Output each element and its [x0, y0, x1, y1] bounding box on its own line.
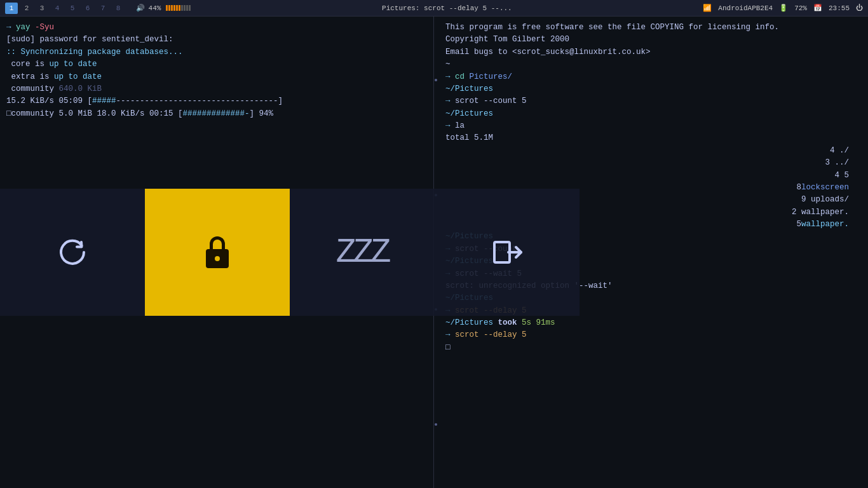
term-line: 4 ./ — [445, 145, 862, 157]
term-line: This program is free software see the fi… — [445, 22, 862, 34]
topbar: 1 2 3 4 5 6 7 8 🔊 44% Pictures: scrot --… — [0, 0, 868, 17]
window-title: Pictures: scrot --delay 5 --... — [191, 4, 703, 12]
term-line: □community 5.0 MiB 18.0 KiB/s 00:15 [###… — [6, 108, 427, 120]
term-line: → yay -Syu — [6, 22, 427, 34]
action-icons-row: ZZZ — [0, 189, 580, 316]
workspace-1[interactable]: 1 — [5, 3, 18, 14]
workspace-switcher: 1 2 3 4 5 6 7 8 🔊 44% — [5, 3, 191, 14]
refresh-button[interactable] — [0, 189, 145, 316]
volume-icon: 🔊 — [136, 4, 145, 12]
term-line: → scrot --count 5 — [445, 95, 862, 107]
term-line: core is up to date — [6, 58, 427, 71]
sleep-icon: ZZZ — [336, 233, 388, 272]
term-line: 15.2 KiB/s 05:09 [#####-----------------… — [6, 95, 427, 107]
battery-percent: 72% — [794, 4, 807, 12]
term-line: Copyright Tom Gilbert 2000 — [445, 34, 862, 46]
logout-button[interactable] — [435, 189, 580, 316]
workspace-4[interactable]: 4 — [51, 3, 64, 14]
term-line: ~/Pictures — [445, 108, 862, 120]
refresh-icon — [53, 233, 92, 271]
workspace-5[interactable]: 5 — [66, 3, 79, 14]
term-line: 3 ../ — [445, 157, 862, 169]
logout-icon — [488, 233, 526, 271]
wifi-icon: 📶 — [703, 4, 712, 12]
device-name: AndroidAPB2E4 — [718, 4, 773, 12]
term-line: Email bugs to <scrot_sucks@linuxbrit.co.… — [445, 46, 862, 58]
workspace-6[interactable]: 6 — [81, 3, 94, 14]
term-line: [sudo] password for sentient_devil: — [6, 34, 427, 46]
status-area: 📶 AndroidAPB2E4 🔋 72% 📅 23:55 ⏻ — [703, 4, 863, 12]
term-line: → scrot --delay 5 — [445, 329, 862, 341]
term-line: ~/Pictures — [445, 83, 862, 95]
term-line: ~/Pictures took 5s 91ms — [445, 317, 862, 329]
workspace-3[interactable]: 3 — [36, 3, 48, 14]
term-cursor: □ — [445, 342, 862, 354]
term-line: 4 5 — [445, 170, 862, 182]
term-line: → la — [445, 120, 862, 132]
lock-icon — [206, 236, 229, 268]
sleep-button[interactable]: ZZZ — [290, 189, 435, 316]
term-line: :: Synchronizing package databases... — [6, 46, 427, 58]
power-icon[interactable]: ⏻ — [856, 4, 863, 12]
term-line: ~ — [445, 58, 862, 71]
workspace-2[interactable]: 2 — [20, 3, 33, 14]
volume-percent: 44% — [149, 4, 161, 12]
workspace-8[interactable]: 8 — [112, 3, 125, 14]
term-line: community 640.0 KiB — [6, 83, 427, 95]
workspace-7[interactable]: 7 — [97, 3, 109, 14]
clock: 23:55 — [829, 4, 850, 12]
volume-bars — [166, 5, 191, 11]
calendar-icon: 📅 — [813, 4, 822, 12]
term-line: extra is up to date — [6, 71, 427, 83]
term-line: → cd Pictures/ — [445, 71, 862, 83]
battery-icon: 🔋 — [779, 4, 788, 12]
lock-button[interactable] — [145, 189, 290, 316]
term-line: total 5.1M — [445, 132, 862, 144]
